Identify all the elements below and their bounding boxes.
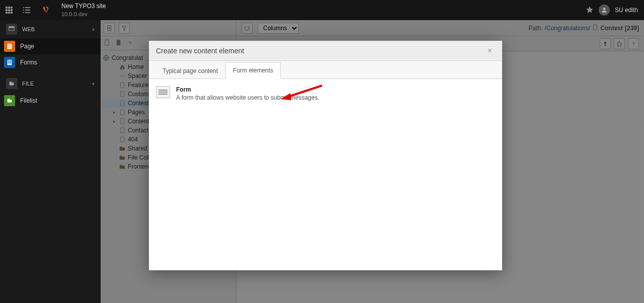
svg-rect-0 — [6, 7, 8, 9]
module-menu: WEB ▾ Page Forms FILE ▾ Filelist — [0, 20, 101, 303]
chevron-down-icon: ▾ — [92, 27, 95, 32]
module-item-label: Page — [20, 43, 34, 50]
svg-rect-16 — [9, 27, 14, 28]
svg-rect-3 — [6, 9, 8, 11]
svg-rect-20 — [8, 47, 11, 48]
module-item-label: Filelist — [20, 97, 37, 104]
tab-form-elements[interactable]: Form elements — [225, 62, 281, 79]
typo3-logo-icon[interactable] — [35, 0, 55, 20]
svg-rect-2 — [11, 7, 13, 9]
svg-rect-6 — [6, 12, 8, 14]
svg-rect-1 — [8, 7, 10, 9]
module-item-filelist[interactable]: Filelist — [0, 93, 101, 109]
svg-rect-11 — [23, 10, 24, 11]
modal-body: Form A form that allows website users to… — [149, 79, 502, 270]
svg-rect-7 — [8, 12, 10, 14]
site-info[interactable]: New TYPO3 site 10.0.0-dev — [55, 1, 112, 20]
topbar: New TYPO3 site 10.0.0-dev SU edith — [0, 0, 644, 20]
svg-rect-14 — [25, 12, 30, 13]
wizard-item-desc: A form that allows website users to subm… — [176, 94, 319, 101]
svg-rect-19 — [8, 46, 11, 46]
svg-rect-4 — [8, 9, 10, 11]
svg-rect-23 — [8, 62, 12, 63]
bookmark-star-icon[interactable] — [586, 6, 594, 15]
module-group-web[interactable]: WEB ▾ — [0, 20, 101, 38]
file-group-icon — [6, 78, 17, 89]
new-content-element-modal: Create new content element × Typical pag… — [149, 41, 502, 270]
app-grid-icon[interactable] — [0, 0, 18, 20]
wizard-item-form[interactable]: Form A form that allows website users to… — [156, 84, 495, 103]
module-group-file[interactable]: FILE ▾ — [0, 74, 101, 93]
svg-rect-10 — [25, 7, 30, 8]
site-version: 10.0.0-dev — [61, 11, 106, 18]
filelist-module-icon — [4, 95, 15, 106]
close-icon[interactable]: × — [485, 44, 495, 57]
forms-module-icon — [4, 57, 15, 68]
svg-rect-5 — [11, 9, 13, 11]
wizard-item-title: Form — [176, 86, 319, 93]
svg-rect-13 — [23, 12, 24, 13]
svg-rect-12 — [25, 10, 30, 11]
svg-rect-18 — [8, 45, 11, 45]
module-group-label: WEB — [22, 26, 35, 32]
list-icon[interactable] — [18, 0, 35, 20]
modal-title: Create new content element — [156, 47, 244, 55]
web-group-icon — [6, 24, 17, 35]
user-label[interactable]: SU edith — [615, 7, 638, 14]
tab-typical-content[interactable]: Typical page content — [155, 62, 225, 79]
module-item-forms[interactable]: Forms — [0, 54, 101, 70]
user-avatar-icon[interactable] — [599, 5, 610, 16]
chevron-down-icon: ▾ — [92, 81, 95, 87]
modal-header: Create new content element × — [149, 41, 502, 61]
svg-rect-8 — [11, 12, 13, 14]
page-module-icon — [4, 41, 15, 52]
modal-tabs: Typical page content Form elements — [149, 61, 502, 79]
module-group-label: FILE — [22, 81, 34, 87]
svg-rect-9 — [23, 7, 24, 8]
site-title: New TYPO3 site — [61, 3, 106, 11]
form-element-icon — [156, 86, 170, 98]
svg-rect-22 — [8, 61, 12, 62]
module-item-label: Forms — [20, 59, 37, 66]
module-item-page[interactable]: Page — [0, 38, 101, 54]
